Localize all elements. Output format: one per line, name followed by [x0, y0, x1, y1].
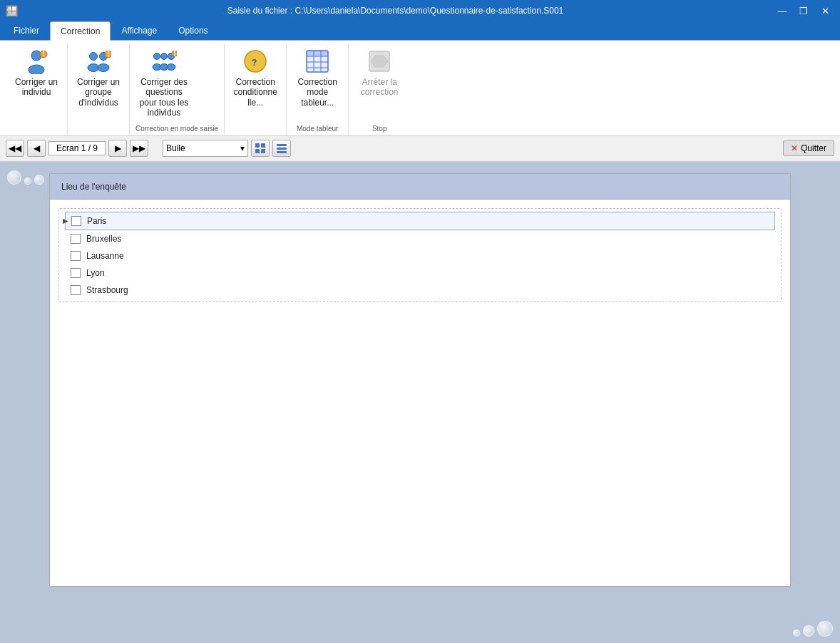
survey-panel: Lieu de l'enquête ▶ Paris Bruxelles	[49, 173, 791, 587]
close-button[interactable]: ✕	[816, 4, 834, 18]
bubble-decoration-tl	[7, 170, 44, 185]
ribbon: ! Corriger un individu !	[0, 40, 840, 136]
ribbon-group-conditionnelle: ? Correction conditionnelle...	[225, 43, 287, 135]
menubar: Fichier Correction Affichage Options	[0, 21, 840, 40]
svg-rect-35	[277, 151, 287, 153]
nav-next-button[interactable]: ▶	[108, 140, 127, 157]
quit-button[interactable]: ✕ Quitter	[783, 140, 834, 156]
choice-label-bruxelles: Bruxelles	[86, 234, 121, 244]
question-mark-icon: ?	[241, 47, 270, 76]
restore-button[interactable]: ❐	[794, 4, 813, 18]
svg-text:!: !	[42, 48, 45, 58]
survey-question-text: Lieu de l'enquête	[61, 182, 126, 192]
svg-rect-34	[277, 148, 287, 150]
corriger-groupe-button[interactable]: ! Corriger un groupe d'individus	[73, 43, 123, 111]
ribbon-group-tableur: Correction mode tableur... Mode tableur	[287, 43, 349, 135]
choice-checkbox-paris[interactable]	[71, 216, 81, 226]
nav-first-button[interactable]: ◀◀	[6, 140, 24, 157]
toolbar-icon1-button[interactable]	[251, 140, 270, 157]
svg-point-4	[90, 53, 98, 61]
menu-affichage[interactable]: Affichage	[111, 21, 168, 40]
stop-icon	[365, 47, 394, 76]
choice-item-paris[interactable]: ▶ Paris	[65, 212, 775, 230]
svg-point-10	[154, 53, 160, 60]
choice-label-lausanne: Lausanne	[86, 251, 124, 261]
menu-correction[interactable]: Correction	[50, 21, 111, 41]
arreter-correction-label: Arrêter la correction	[357, 77, 402, 98]
titlebar-controls: — ❐ ✕	[773, 4, 834, 18]
svg-point-15	[167, 64, 175, 71]
ribbon-group-label-tableur: Mode tableur	[292, 122, 342, 133]
titlebar: 🪟 Saisie du fichier : C:\Users\daniela\D…	[0, 0, 840, 21]
choice-item-strasbourg[interactable]: Strasbourg	[65, 282, 775, 299]
survey-content: ▶ Paris Bruxelles Lausanne Lyon	[50, 200, 790, 311]
choice-item-bruxelles[interactable]: Bruxelles	[65, 230, 775, 247]
corriger-tous-label: Corriger des questions pour tous les ind…	[138, 77, 190, 118]
toolbar: ◀◀ ◀ Ecran 1 / 9 ▶ ▶▶ Bulle ▾ ✕ Quitter	[0, 136, 840, 162]
menu-fichier[interactable]: Fichier	[3, 21, 50, 40]
titlebar-title: Saisie du fichier : C:\Users\daniela\Doc…	[18, 6, 773, 16]
ribbon-group-individu: ! Corriger un individu	[6, 43, 68, 135]
svg-rect-26	[307, 51, 328, 56]
choice-item-lyon[interactable]: Lyon	[65, 264, 775, 282]
arreter-correction-button[interactable]: Arrêter la correction	[354, 43, 404, 101]
titlebar-left: 🪟	[6, 5, 18, 16]
nav-prev-button[interactable]: ◀	[27, 140, 46, 157]
svg-point-12	[161, 53, 168, 60]
corriger-tous-button[interactable]: ! Corriger des questions pour tous les i…	[135, 43, 193, 122]
choice-label-paris: Paris	[87, 216, 106, 226]
svg-rect-30	[261, 143, 265, 148]
choice-arrow-icon: ▶	[63, 217, 68, 225]
correction-conditionnelle-label: Correction conditionnelle...	[232, 77, 278, 108]
dropdown-arrow-icon: ▾	[240, 143, 245, 153]
choice-checkbox-strasbourg[interactable]	[71, 285, 81, 295]
bulle-dropdown-value: Bulle	[166, 143, 185, 153]
svg-rect-31	[255, 149, 260, 153]
svg-text:?: ?	[252, 58, 257, 68]
toolbar-icon2-button[interactable]	[272, 140, 291, 157]
quit-label: Quitter	[801, 143, 826, 153]
svg-rect-29	[255, 143, 260, 148]
nav-last-button[interactable]: ▶▶	[130, 140, 148, 157]
quit-x-icon: ✕	[791, 143, 798, 153]
correction-tableur-button[interactable]: Correction mode tableur...	[292, 43, 342, 111]
choice-label-strasbourg: Strasbourg	[86, 285, 128, 295]
grid-icon	[255, 143, 266, 154]
ribbon-group-stop: Arrêter la correction Stop	[349, 43, 410, 135]
ribbon-group-label-stop: Stop	[354, 122, 404, 133]
choice-checkbox-lausanne[interactable]	[71, 251, 81, 261]
choice-checkbox-bruxelles[interactable]	[71, 234, 81, 244]
corriger-individu-label: Corriger un individu	[14, 77, 59, 98]
table-icon	[303, 47, 332, 76]
svg-point-1	[29, 65, 44, 74]
svg-rect-32	[261, 149, 265, 153]
svg-text:!: !	[107, 48, 110, 58]
person-all-icon: !	[150, 47, 178, 76]
correction-conditionnelle-button[interactable]: ? Correction conditionnelle...	[230, 43, 280, 111]
corriger-individu-button[interactable]: ! Corriger un individu	[11, 43, 61, 101]
menu-options[interactable]: Options	[168, 21, 218, 40]
minimize-button[interactable]: —	[773, 4, 792, 18]
person-single-icon: !	[22, 47, 51, 76]
svg-point-7	[98, 64, 109, 72]
main-area: Lieu de l'enquête ▶ Paris Bruxelles	[0, 162, 840, 643]
choice-checkbox-lyon[interactable]	[71, 268, 81, 278]
survey-question-header: Lieu de l'enquête	[50, 174, 790, 200]
choice-label-lyon: Lyon	[86, 268, 105, 278]
corriger-groupe-label: Corriger un groupe d'individus	[76, 77, 121, 108]
choice-item-lausanne[interactable]: Lausanne	[65, 247, 775, 264]
svg-text:!: !	[173, 48, 176, 58]
bubble-decoration-br	[793, 621, 833, 637]
svg-rect-33	[277, 144, 287, 146]
ecran-display: Ecran 1 / 9	[48, 141, 106, 155]
ribbon-group-label-saisie: Correction en mode saisie	[135, 122, 218, 133]
ribbon-group-tous: ! Corriger des questions pour tous les i…	[130, 43, 225, 135]
list-icon	[276, 143, 287, 154]
person-group-icon: !	[84, 47, 113, 76]
correction-tableur-label: Correction mode tableur...	[294, 77, 340, 108]
svg-marker-28	[371, 56, 388, 67]
bulle-dropdown[interactable]: Bulle ▾	[163, 140, 248, 157]
ribbon-group-groupe: ! Corriger un groupe d'individus	[68, 43, 130, 135]
choice-list: ▶ Paris Bruxelles Lausanne Lyon	[58, 208, 782, 302]
